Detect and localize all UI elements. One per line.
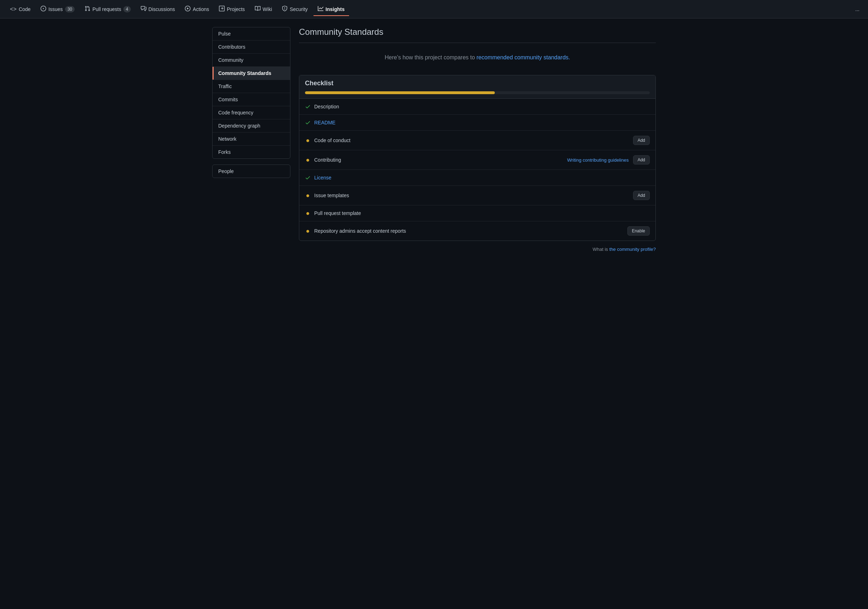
nav-code[interactable]: <> Code xyxy=(6,3,35,15)
nav-security-label: Security xyxy=(290,6,308,12)
nav-security[interactable]: Security xyxy=(277,3,312,15)
main-content: Community Standards Here's how this proj… xyxy=(299,27,656,252)
dot-icon-code-of-conduct: ● xyxy=(305,138,311,143)
checklist-actions-issue-templates: Add xyxy=(633,191,650,200)
checklist-actions-contributing: Writing contributing guidelines Add xyxy=(567,155,650,164)
issues-icon xyxy=(40,6,46,13)
checklist-label-pr-template: Pull request template xyxy=(314,210,650,216)
checklist-row-contributing: ● Contributing Writing contributing guid… xyxy=(299,150,656,170)
nav-actions-label: Actions xyxy=(193,6,209,12)
intro-text: Here's how this project compares to reco… xyxy=(299,49,656,66)
pr-icon xyxy=(85,6,90,13)
checklist-label-description: Description xyxy=(314,104,650,110)
nav-pr-label: Pull requests xyxy=(92,6,121,12)
nav-insights[interactable]: Insights xyxy=(313,3,349,15)
sidebar-item-forks[interactable]: Forks xyxy=(212,146,290,158)
check-icon-description xyxy=(305,104,311,110)
sidebar-item-pulse[interactable]: Pulse xyxy=(212,27,290,40)
code-icon: <> xyxy=(10,6,17,12)
checklist-label-license[interactable]: License xyxy=(314,175,650,181)
checklist-actions-code-of-conduct: Add xyxy=(633,136,650,145)
checklist-title: Checklist xyxy=(305,80,650,87)
sidebar-item-traffic[interactable]: Traffic xyxy=(212,80,290,93)
checklist-header: Checklist xyxy=(299,75,656,99)
sidebar-item-code-frequency[interactable]: Code frequency xyxy=(212,106,290,119)
top-nav: <> Code Issues 30 Pull requests 4 Discus… xyxy=(0,0,868,19)
contributing-guidelines-link[interactable]: Writing contributing guidelines xyxy=(567,158,628,163)
sidebar-item-contributors[interactable]: Contributors xyxy=(212,40,290,54)
nav-more-button[interactable]: ... xyxy=(852,3,862,15)
checklist-row-content-reports: ● Repository admins accept content repor… xyxy=(299,221,656,241)
add-issue-templates-button[interactable]: Add xyxy=(633,191,650,200)
nav-wiki[interactable]: Wiki xyxy=(251,3,276,15)
dot-icon-issue-templates: ● xyxy=(305,193,311,198)
checklist-label-code-of-conduct: Code of conduct xyxy=(314,138,629,143)
checklist-row-license: License xyxy=(299,170,656,186)
checklist-row-pr-template: ● Pull request template xyxy=(299,206,656,221)
sidebar: Pulse Contributors Community Community S… xyxy=(212,27,290,252)
checklist-label-contributing: Contributing xyxy=(314,157,563,163)
footer-text: What is the community profile? xyxy=(299,247,656,252)
nav-issues-label: Issues xyxy=(48,6,62,12)
nav-code-label: Code xyxy=(19,6,31,12)
add-contributing-button[interactable]: Add xyxy=(633,155,650,164)
page-title: Community Standards xyxy=(299,27,656,43)
intro-standards-link[interactable]: recommended community standards. xyxy=(477,54,570,60)
sidebar-item-commits[interactable]: Commits xyxy=(212,93,290,106)
nav-projects-label: Projects xyxy=(227,6,245,12)
discussions-icon xyxy=(141,6,146,13)
wiki-icon xyxy=(255,6,260,13)
sidebar-item-community-standards[interactable]: Community Standards xyxy=(212,67,290,80)
progress-bar-fill xyxy=(305,91,495,94)
check-icon-license xyxy=(305,175,311,181)
checklist-actions-content-reports: Enable xyxy=(627,226,650,236)
dot-icon-content-reports: ● xyxy=(305,228,311,234)
actions-icon xyxy=(185,6,191,13)
checklist-row-issue-templates: ● Issue templates Add xyxy=(299,186,656,206)
sidebar-section-main: Pulse Contributors Community Community S… xyxy=(212,27,290,159)
checklist-label-readme[interactable]: README xyxy=(314,120,650,125)
nav-wiki-label: Wiki xyxy=(263,6,272,12)
checklist-row-description: Description xyxy=(299,99,656,115)
nav-projects[interactable]: Projects xyxy=(215,3,249,15)
checklist-label-content-reports: Repository admins accept content reports xyxy=(314,228,624,234)
security-icon xyxy=(282,6,288,13)
insights-icon xyxy=(318,6,324,13)
dot-icon-contributing: ● xyxy=(305,157,311,163)
dot-icon-pr-template: ● xyxy=(305,210,311,216)
sidebar-item-people[interactable]: People xyxy=(212,165,290,178)
progress-bar-container xyxy=(305,91,650,94)
sidebar-section-people: People xyxy=(212,164,290,178)
checklist-row-readme: README xyxy=(299,115,656,131)
nav-insights-label: Insights xyxy=(326,6,345,12)
checklist-container: Checklist Description README xyxy=(299,75,656,241)
checklist-label-issue-templates: Issue templates xyxy=(314,193,629,198)
sidebar-item-network[interactable]: Network xyxy=(212,133,290,146)
page-layout: Pulse Contributors Community Community S… xyxy=(206,19,662,260)
check-icon-readme xyxy=(305,120,311,125)
nav-discussions[interactable]: Discussions xyxy=(136,3,180,15)
nav-actions[interactable]: Actions xyxy=(181,3,213,15)
issues-badge: 30 xyxy=(65,6,74,12)
nav-pull-requests[interactable]: Pull requests 4 xyxy=(80,3,135,15)
checklist-row-code-of-conduct: ● Code of conduct Add xyxy=(299,131,656,150)
nav-issues[interactable]: Issues 30 xyxy=(36,3,79,15)
community-profile-link[interactable]: the community profile? xyxy=(609,247,656,252)
sidebar-item-dependency-graph[interactable]: Dependency graph xyxy=(212,119,290,133)
add-code-of-conduct-button[interactable]: Add xyxy=(633,136,650,145)
projects-icon xyxy=(219,6,225,13)
sidebar-item-community[interactable]: Community xyxy=(212,54,290,67)
pr-badge: 4 xyxy=(123,6,131,12)
nav-discussions-label: Discussions xyxy=(149,6,175,12)
enable-content-reports-button[interactable]: Enable xyxy=(627,226,650,236)
